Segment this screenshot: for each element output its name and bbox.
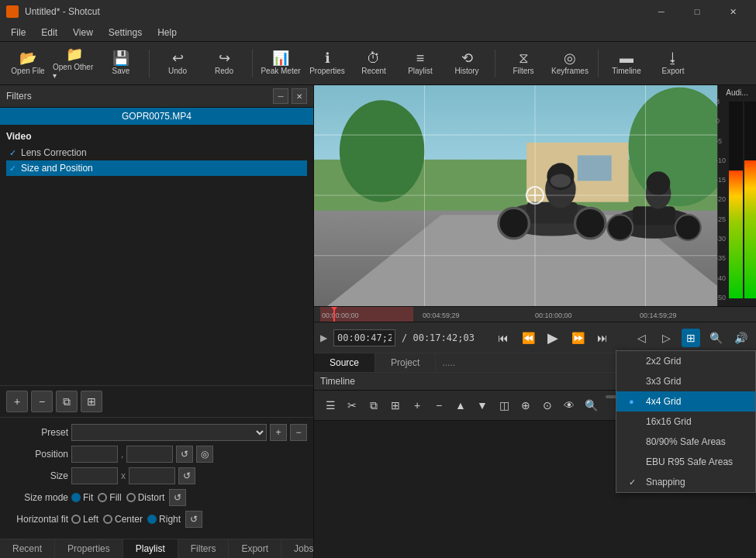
export-icon: ⭳ <box>666 51 680 65</box>
current-time-input[interactable] <box>333 329 395 346</box>
filter-remove-button[interactable]: − <box>31 391 53 412</box>
grid-3x3-item[interactable]: 3x3 Grid <box>616 371 755 391</box>
menu-settings[interactable]: Settings <box>101 26 150 40</box>
minimize-button[interactable]: ─ <box>644 0 678 23</box>
play-pause-button[interactable]: ▶ <box>544 329 562 347</box>
size-mode-reset-button[interactable]: ↺ <box>169 489 186 506</box>
grid-16x16-item[interactable]: 16x16 Grid <box>616 412 755 432</box>
export-button[interactable]: ⭳ Export <box>651 45 695 82</box>
filter-add-button[interactable]: + <box>6 391 28 412</box>
timeline-lock-button[interactable]: 👁 <box>559 395 579 415</box>
maximize-button[interactable]: □ <box>680 0 714 23</box>
right-radio[interactable]: Right <box>147 514 181 525</box>
audio-scale-35: -35 <box>716 255 726 262</box>
filter-item-lens-correction[interactable]: ✓ Lens Correction <box>6 145 307 160</box>
grid-4x4-item[interactable]: ● 4x4 Grid <box>616 391 755 412</box>
open-other-button[interactable]: 📁 Open Other ▾ <box>53 45 96 82</box>
go-to-start-button[interactable]: ⏮ <box>494 329 513 347</box>
tab-export[interactable]: Export <box>229 539 281 558</box>
tab-filters[interactable]: Filters <box>178 539 230 558</box>
recent-button[interactable]: ⏱ Recent <box>352 45 395 82</box>
filter-copy-button[interactable]: ⧉ <box>56 391 78 412</box>
peak-meter-label: Peak Meter <box>261 67 300 75</box>
zoom-button[interactable]: 🔍 <box>706 329 725 347</box>
preset-remove-button[interactable]: − <box>290 424 307 441</box>
menu-help[interactable]: Help <box>150 26 185 40</box>
tab-playlist[interactable]: Playlist <box>123 539 178 558</box>
filter-item-size-position[interactable]: ✓ Size and Position <box>6 160 307 176</box>
open-file-button[interactable]: 📂 Open File <box>6 45 50 82</box>
timeline-paste-button[interactable]: ⊞ <box>385 395 406 415</box>
menu-edit[interactable]: Edit <box>33 26 65 40</box>
timeline-remove-button[interactable]: − <box>429 395 449 415</box>
grid-button[interactable]: ⊞ <box>682 329 700 347</box>
timeline-zoomout-button[interactable]: 🔍 <box>581 395 601 415</box>
preset-select[interactable] <box>71 424 267 441</box>
timeline-button[interactable]: ▬ Timeline <box>605 45 648 82</box>
audio-scale-50: -50 <box>716 294 726 301</box>
save-button[interactable]: 💾 Save <box>99 45 143 82</box>
undo-button[interactable]: ↩ Undo <box>156 45 199 82</box>
properties-button[interactable]: ℹ Properties <box>306 45 349 82</box>
toolbar: 📂 Open File 📁 Open Other ▾ 💾 Save ↩ Undo… <box>0 42 756 85</box>
fill-radio[interactable]: Fill <box>98 492 121 503</box>
timeline-snap-button[interactable]: ⊕ <box>516 395 536 415</box>
right-radio-label: Right <box>159 514 181 525</box>
timeline-menu-button[interactable]: ☰ <box>320 395 340 415</box>
timeline-add-button[interactable]: + <box>407 395 427 415</box>
peak-meter-button[interactable]: 📊 Peak Meter <box>259 45 302 82</box>
filters-minimize-button[interactable]: ─ <box>273 88 288 104</box>
size-position-label: Size and Position <box>21 163 93 174</box>
position-x-input[interactable]: 0 <box>71 446 118 463</box>
filters-close-button[interactable]: ✕ <box>292 88 307 104</box>
left-radio[interactable]: Left <box>71 514 98 525</box>
timeline-split-button[interactable]: ◫ <box>494 395 514 415</box>
position-y-input[interactable]: 0 <box>126 446 173 463</box>
prev-frame-button[interactable]: ⏪ <box>519 329 537 347</box>
size-reset-button[interactable]: ↺ <box>178 467 195 484</box>
grid-snapping-item[interactable]: ✓ Snapping <box>616 472 755 492</box>
timeline-ripple-button[interactable]: ⊙ <box>537 395 558 415</box>
close-button[interactable]: ✕ <box>716 0 750 23</box>
next-frame-button[interactable]: ⏩ <box>568 329 587 347</box>
timeline-cut-button[interactable]: ✂ <box>342 395 362 415</box>
size-w-input[interactable]: 1280 <box>71 467 118 484</box>
hfit-reset-button[interactable]: ↺ <box>185 511 202 528</box>
keyframes-button[interactable]: ◎ Keyframes <box>548 45 592 82</box>
undo-label: Undo <box>168 67 187 75</box>
position-reset-button[interactable]: ↺ <box>176 446 193 463</box>
grid-2x2-item[interactable]: 2x2 Grid <box>616 351 755 371</box>
center-radio[interactable]: Center <box>103 514 143 525</box>
left-radio-label: Left <box>83 514 98 525</box>
tab-recent[interactable]: Recent <box>0 539 55 558</box>
position-keyframe-button[interactable]: ◎ <box>196 446 213 463</box>
size-h-input[interactable]: 720 <box>129 467 175 484</box>
filter-paste-button[interactable]: ⊞ <box>81 391 102 412</box>
audio-scale-5: -5 <box>716 138 726 145</box>
preset-add-button[interactable]: + <box>270 424 287 441</box>
grid-snapping-check: ✓ <box>629 477 640 487</box>
timeline-lift-button[interactable]: ▲ <box>450 395 471 415</box>
volume-button[interactable]: 🔊 <box>731 329 750 347</box>
fit-radio[interactable]: Fit <box>71 492 93 503</box>
distort-radio[interactable]: Distort <box>126 492 165 503</box>
source-tab[interactable]: Source <box>314 353 375 372</box>
out-point-button[interactable]: ▷ <box>657 329 675 347</box>
go-to-end-button[interactable]: ⏭ <box>593 329 612 347</box>
playlist-button[interactable]: ≡ Playlist <box>399 45 442 82</box>
timeline-drop-button[interactable]: ▼ <box>472 395 492 415</box>
save-label: Save <box>112 67 130 75</box>
grid-ebu-item[interactable]: EBU R95 Safe Areas <box>616 452 755 472</box>
menu-file[interactable]: File <box>3 26 33 40</box>
in-point-button[interactable]: ◁ <box>632 329 651 347</box>
filters-button[interactable]: ⧖ Filters <box>502 45 545 82</box>
grid-80-90-item[interactable]: 80/90% Safe Areas <box>616 432 755 452</box>
titlebar-controls[interactable]: ─ □ ✕ <box>644 0 750 23</box>
menu-view[interactable]: View <box>65 26 101 40</box>
tab-properties[interactable]: Properties <box>55 539 123 558</box>
history-button[interactable]: ⟲ History <box>445 45 488 82</box>
redo-button[interactable]: ↪ Redo <box>202 45 246 82</box>
timeline-copy-button[interactable]: ⧉ <box>364 395 384 415</box>
scrubber-bar[interactable]: 00:00:00;00 00:04:59;29 00:10:00;00 00:1… <box>314 306 756 322</box>
project-tab[interactable]: Project <box>375 353 436 372</box>
